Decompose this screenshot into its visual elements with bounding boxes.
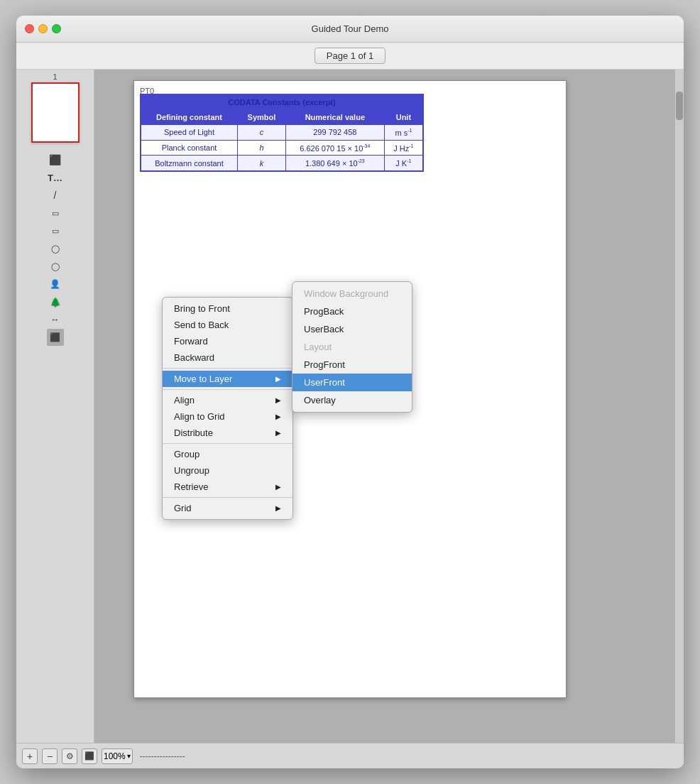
menu-item-ungroup[interactable]: Ungroup [163,462,292,479]
submenu-label-overlay: Overlay [304,395,336,405]
app-window: Guided Tour Demo Page 1 of 1 1 ⬛ T… / ▭ … [16,16,684,768]
cell-0-0: Speed of Light [141,125,238,141]
tool-image-icon[interactable]: 👤 [47,276,64,293]
settings-button[interactable]: ⚙ [62,748,77,764]
canvas-area: PT0 CODATA Constants (excerpt) Defining … [94,70,684,743]
maximize-button[interactable] [52,24,61,33]
cell-0-3: m s-1 [384,125,423,141]
col-header-3: Unit [384,110,423,125]
tool-rounded-rect-icon[interactable]: ▭ [47,222,64,239]
menu-item-group[interactable]: Group [163,446,292,462]
menu-item-bring-to-front[interactable]: Bring to Front [163,300,292,317]
layer-button[interactable]: ⬛ [82,748,97,764]
submenu-item-window-background: Window Background [292,285,412,303]
move-to-layer-submenu: Window Background ProgBack UserBack Layo… [292,281,412,413]
menu-label-move-to-layer: Move to Layer [174,374,232,384]
col-header-2: Numerical value [285,110,384,125]
tool-select-icon[interactable]: ⬛ [47,151,64,168]
submenu-label-layout: Layout [304,342,332,352]
menu-label-forward: Forward [174,336,208,347]
cell-1-0: Planck constant [141,140,238,156]
menu-item-backward[interactable]: Backward [163,349,292,366]
add-page-button[interactable]: + [22,748,38,764]
menu-label-align-to-grid: Align to Grid [174,411,225,422]
submenu-arrow-retrieve: ▶ [275,483,281,491]
menu-item-align-to-grid[interactable]: Align to Grid ▶ [163,408,292,425]
tool-ellipse-icon[interactable]: ◯ [47,240,64,257]
menu-label-retrieve: Retrieve [174,481,208,492]
page-indicator: Page 1 of 1 [315,48,386,64]
menu-label-grid: Grid [174,503,192,513]
titlebar: Guided Tour Demo [16,16,684,43]
menu-item-move-to-layer[interactable]: Move to Layer ▶ [163,371,292,387]
submenu-arrow-align-to-grid: ▶ [275,413,281,420]
menu-label-distribute: Distribute [174,428,213,438]
codata-table: CODATA Constants (excerpt) Defining cons… [140,94,424,172]
table-title: CODATA Constants (excerpt) [141,94,423,110]
submenu-item-progfront[interactable]: ProgFront [292,356,412,374]
cell-0-1: c [238,125,286,141]
minimize-button[interactable] [38,24,48,33]
cell-2-3: J K-1 [384,156,423,171]
zoom-value: 100% [104,751,126,761]
submenu-label-window-background: Window Background [304,288,388,299]
submenu-label-progfront: ProgFront [304,359,345,370]
table-row: Boltzmann constant k 1.380 649 × 10-23 J… [141,156,423,171]
submenu-item-userfront[interactable]: UserFront [292,374,412,391]
menu-label-backward: Backward [174,352,214,363]
submenu-arrow-align: ▶ [275,396,281,404]
close-button[interactable] [25,24,34,33]
status-text: ---------------- [140,751,185,761]
menu-item-align[interactable]: Align ▶ [163,392,292,408]
submenu-label-userback: UserBack [304,324,344,334]
submenu-label-userfront: UserFront [304,377,345,388]
menu-separator-4 [163,497,292,498]
bottom-bar: + − ⚙ ⬛ 100% ▾ ---------------- [16,743,684,768]
page-thumb-label: 1 [16,70,94,82]
cell-2-0: Boltzmann constant [141,156,238,171]
submenu-item-overlay[interactable]: Overlay [292,391,412,409]
cell-2-2: 1.380 649 × 10-23 [285,156,384,171]
table-row: Planck constant h 6.626 070 15 × 10-34 J… [141,140,423,156]
tool-object-icon[interactable]: 🌲 [47,293,64,310]
cell-2-1: k [238,156,286,171]
scrollbar-thumb[interactable] [676,92,683,120]
menu-label-bring-to-front: Bring to Front [174,303,230,314]
menu-item-forward[interactable]: Forward [163,333,292,349]
menu-separator-1 [163,368,292,369]
remove-page-button[interactable]: − [42,748,58,764]
tool-line-icon[interactable]: / [47,187,64,204]
tool-arc-icon[interactable]: ◯ [47,258,64,275]
zoom-select[interactable]: 100% ▾ [102,748,133,764]
vertical-scrollbar[interactable] [675,70,684,743]
menu-item-grid[interactable]: Grid ▶ [163,500,292,516]
window-title: Guided Tour Demo [312,23,389,34]
col-header-1: Symbol [238,110,286,125]
menu-label-send-to-back: Send to Back [174,320,229,330]
tool-rect-icon[interactable]: ▭ [47,205,64,222]
menu-item-send-to-back[interactable]: Send to Back [163,317,292,333]
tool-arrow-icon[interactable]: ↔ [47,311,64,328]
cell-1-2: 6.626 070 15 × 10-34 [285,140,384,156]
submenu-item-userback[interactable]: UserBack [292,320,412,338]
submenu-arrow-distribute: ▶ [275,429,281,437]
page-thumbnail[interactable] [31,82,80,143]
zoom-dropdown-arrow: ▾ [127,752,131,760]
tool-table-icon[interactable]: ⬛ [47,329,64,346]
tool-text-icon[interactable]: T… [47,169,64,186]
menu-separator-3 [163,443,292,444]
menu-item-retrieve[interactable]: Retrieve ▶ [163,479,292,495]
submenu-item-layout: Layout [292,338,412,356]
cell-1-1: h [238,140,286,156]
submenu-arrow-move-to-layer: ▶ [275,375,281,383]
toolbar: Page 1 of 1 [16,43,684,70]
menu-label-group: Group [174,449,199,459]
menu-label-ungroup: Ungroup [174,465,209,476]
window-controls [25,24,61,33]
menu-separator-2 [163,389,292,390]
context-menu: Bring to Front Send to Back Forward Back… [162,297,293,520]
submenu-label-progback: ProgBack [304,306,344,317]
submenu-item-progback[interactable]: ProgBack [292,303,412,320]
menu-item-distribute[interactable]: Distribute ▶ [163,425,292,441]
menu-label-align: Align [174,395,195,405]
